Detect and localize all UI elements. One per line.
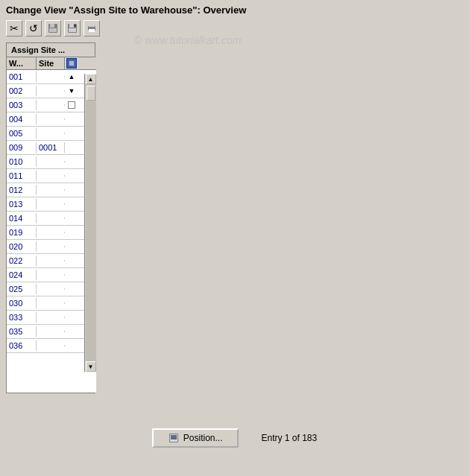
cell-site [37, 260, 65, 261]
scrollbar[interactable]: ▲ ▼ [84, 74, 96, 372]
cell-site [37, 232, 65, 233]
cell-site [37, 104, 65, 106]
table-row[interactable]: 020 [7, 240, 96, 254]
cell-site [37, 274, 65, 276]
cell-site [37, 76, 65, 77]
cell-warehouse: 019 [7, 227, 37, 238]
scroll-track[interactable] [86, 84, 96, 361]
cell-site [37, 345, 65, 346]
cell-warehouse: 003 [7, 100, 37, 110]
cell-warehouse: 011 [7, 171, 37, 181]
cell-warehouse: 020 [7, 241, 37, 252]
cell-warehouse: 009 [7, 142, 37, 153]
svg-rect-9 [89, 29, 95, 32]
svg-rect-4 [69, 24, 74, 28]
table-row[interactable]: 035 [7, 325, 96, 339]
print-icon[interactable] [84, 20, 100, 37]
table-row[interactable]: 025 [7, 282, 96, 296]
cell-site [37, 133, 65, 134]
table-row[interactable]: 011 [7, 169, 96, 183]
page-title: Change View "Assign Site to Warehouse": … [0, 0, 469, 17]
svg-rect-1 [50, 24, 54, 28]
cell-site [37, 302, 65, 304]
cell-site [37, 317, 65, 318]
title-bar: Change View "Assign Site to Warehouse": … [0, 0, 469, 39]
table-row[interactable]: 001▲ [7, 70, 96, 84]
table-header: W... Site [7, 57, 96, 70]
position-button-label: Position... [183, 433, 223, 443]
main-content: Assign Site ... W... Site [0, 39, 469, 396]
cell-warehouse: 004 [7, 114, 37, 124]
entry-count: Entry 1 of 183 [261, 433, 317, 443]
cell-warehouse: 010 [7, 156, 37, 167]
table-row[interactable]: 024 [7, 268, 96, 282]
assign-site-panel: Assign Site ... W... Site [6, 42, 95, 393]
cell-warehouse: 030 [7, 298, 37, 308]
local-save-icon[interactable] [64, 20, 81, 37]
scissors-icon[interactable]: ✂ [6, 20, 22, 37]
scroll-thumb[interactable] [86, 86, 95, 101]
cell-site [37, 218, 65, 219]
toolbar: ✂ ↺ © www.tutorialkart.com [0, 17, 469, 39]
table-row[interactable]: 005 [7, 127, 96, 141]
row-checkbox[interactable] [68, 101, 75, 109]
cell-warehouse: 001 [7, 72, 37, 82]
col-w-header: W... [7, 57, 37, 69]
scroll-up-button[interactable]: ▲ [86, 74, 96, 84]
table-row[interactable]: 012 [7, 183, 96, 197]
table-row[interactable]: 036 [7, 339, 96, 353]
status-bar: Position... Entry 1 of 183 [0, 422, 469, 454]
position-button[interactable]: Position... [152, 428, 239, 448]
save-icon[interactable] [45, 20, 61, 37]
col-site-header: Site [37, 57, 65, 69]
table-row[interactable]: 004 [7, 112, 96, 127]
cell-warehouse: 002 [7, 86, 37, 96]
scroll-down-button[interactable]: ▼ [86, 361, 96, 372]
table-row[interactable]: 010 [7, 155, 96, 169]
table-row[interactable]: 003 [7, 98, 96, 112]
cell-scroll-area [65, 101, 78, 109]
cell-warehouse: 036 [7, 340, 37, 351]
table-row[interactable]: 030 [7, 296, 96, 311]
table-row[interactable]: 019 [7, 226, 96, 240]
table-row[interactable]: 022 [7, 254, 96, 268]
svg-rect-8 [89, 24, 95, 27]
cell-site [37, 246, 65, 247]
cell-warehouse: 005 [7, 128, 37, 139]
cell-site: 0001 [37, 142, 65, 153]
table-row[interactable]: 033 [7, 311, 96, 325]
cell-site [37, 203, 65, 205]
cell-warehouse: 025 [7, 284, 37, 294]
cell-warehouse: 012 [7, 185, 37, 195]
cell-warehouse: 014 [7, 213, 37, 223]
cell-scroll-area: ▼ [65, 87, 78, 95]
table-row[interactable]: 002▼ [7, 84, 96, 98]
cell-site [37, 189, 65, 191]
col-icon-header [65, 57, 78, 69]
cell-warehouse: 024 [7, 270, 37, 280]
cell-site [37, 161, 65, 162]
cell-scroll-area: ▲ [65, 73, 78, 80]
cell-warehouse: 022 [7, 256, 37, 266]
table-row[interactable]: 014 [7, 212, 96, 226]
panel-header: Assign Site ... [7, 43, 95, 57]
cell-warehouse: 033 [7, 312, 37, 323]
cell-warehouse: 035 [7, 326, 37, 337]
cell-site [37, 288, 65, 290]
table-container[interactable]: W... Site 001▲002▼0030040050090001010011… [7, 57, 96, 393]
table-body: 001▲002▼00300400500900010100110120130140… [7, 70, 96, 368]
cell-site [37, 118, 65, 120]
svg-rect-2 [49, 28, 57, 32]
undo-icon[interactable]: ↺ [25, 20, 42, 37]
cell-warehouse: 013 [7, 199, 37, 209]
cell-site [37, 175, 65, 177]
table-row[interactable]: 0090001 [7, 141, 96, 155]
cell-site [37, 90, 65, 92]
svg-rect-5 [69, 28, 76, 32]
cell-site [37, 331, 65, 332]
svg-rect-6 [74, 25, 76, 27]
table-row[interactable]: 013 [7, 197, 96, 212]
